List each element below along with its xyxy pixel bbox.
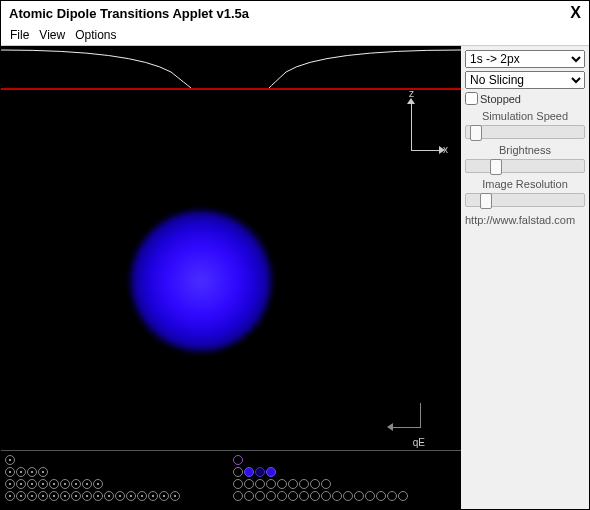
speed-slider[interactable] xyxy=(465,125,585,139)
speed-label: Simulation Speed xyxy=(465,110,585,122)
potential-curve xyxy=(1,46,461,88)
menu-options[interactable]: Options xyxy=(72,27,119,43)
resolution-slider[interactable] xyxy=(465,193,585,207)
window-title: Atomic Dipole Transitions Applet v1.5a xyxy=(9,6,249,21)
brightness-label: Brightness xyxy=(465,144,585,156)
content-area: z x qE 1s -> 2px xyxy=(1,46,589,509)
axis-x-label: x xyxy=(443,144,448,155)
menubar: File View Options xyxy=(1,25,589,46)
transition-select[interactable]: 1s -> 2px xyxy=(465,50,585,68)
orbital-cloud xyxy=(131,211,271,351)
brightness-slider[interactable] xyxy=(465,159,585,173)
orbital-selector-grid[interactable] xyxy=(1,453,461,507)
qe-label: qE xyxy=(413,437,425,448)
slicing-select[interactable]: No Slicing xyxy=(465,71,585,89)
app-window: Atomic Dipole Transitions Applet v1.5a X… xyxy=(0,0,590,510)
energy-line xyxy=(1,88,461,90)
simulation-canvas[interactable]: z x qE xyxy=(1,46,461,509)
axis-z-label: z xyxy=(409,88,414,99)
resolution-label: Image Resolution xyxy=(465,178,585,190)
control-sidebar: 1s -> 2px No Slicing Stopped Simulation … xyxy=(461,46,589,509)
stopped-checkbox[interactable] xyxy=(465,92,478,105)
close-icon[interactable]: X xyxy=(570,4,581,22)
menu-view[interactable]: View xyxy=(36,27,68,43)
baseline xyxy=(1,450,461,451)
axis-indicator: z x xyxy=(391,102,431,162)
titlebar: Atomic Dipole Transitions Applet v1.5a X xyxy=(1,1,589,25)
credit-link[interactable]: http://www.falstad.com xyxy=(465,214,585,226)
menu-file[interactable]: File xyxy=(7,27,32,43)
stopped-label: Stopped xyxy=(480,93,521,105)
